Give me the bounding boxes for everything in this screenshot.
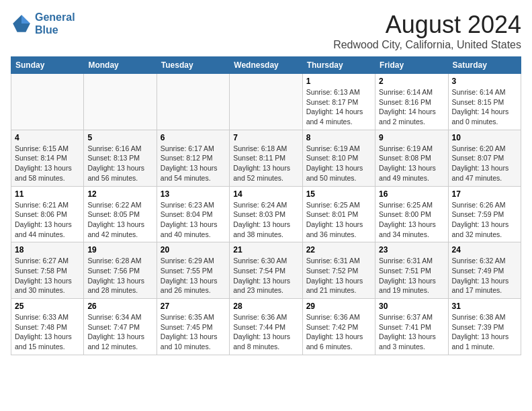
week-row-4: 18Sunrise: 6:27 AM Sunset: 7:58 PM Dayli… xyxy=(11,242,521,299)
calendar-cell xyxy=(11,74,84,130)
day-number: 1 xyxy=(306,77,371,86)
weekday-header-row: SundayMondayTuesdayWednesdayThursdayFrid… xyxy=(11,57,521,74)
day-info: Sunrise: 6:31 AM Sunset: 7:51 PM Dayligh… xyxy=(379,256,444,295)
calendar-cell xyxy=(84,74,157,130)
day-number: 23 xyxy=(379,245,444,255)
day-number: 26 xyxy=(87,302,152,311)
day-number: 6 xyxy=(161,133,226,142)
page-header: General Blue August 2024 Redwood City, C… xyxy=(11,11,521,51)
calendar-cell: 23Sunrise: 6:31 AM Sunset: 7:51 PM Dayli… xyxy=(375,242,448,299)
weekday-header-friday: Friday xyxy=(375,57,448,74)
day-info: Sunrise: 6:28 AM Sunset: 7:56 PM Dayligh… xyxy=(87,256,152,295)
day-number: 12 xyxy=(87,189,152,199)
day-info: Sunrise: 6:16 AM Sunset: 8:13 PM Dayligh… xyxy=(87,144,152,183)
calendar-cell: 26Sunrise: 6:34 AM Sunset: 7:47 PM Dayli… xyxy=(84,299,157,355)
day-number: 15 xyxy=(306,189,371,199)
weekday-header-wednesday: Wednesday xyxy=(230,57,302,74)
day-info: Sunrise: 6:13 AM Sunset: 8:17 PM Dayligh… xyxy=(306,87,371,127)
day-info: Sunrise: 6:20 AM Sunset: 8:07 PM Dayligh… xyxy=(452,144,517,183)
day-number: 9 xyxy=(379,133,444,142)
weekday-header-saturday: Saturday xyxy=(448,57,521,74)
calendar-cell: 31Sunrise: 6:38 AM Sunset: 7:39 PM Dayli… xyxy=(448,299,521,355)
week-row-2: 4Sunrise: 6:15 AM Sunset: 8:14 PM Daylig… xyxy=(11,130,521,186)
calendar-cell: 15Sunrise: 6:25 AM Sunset: 8:01 PM Dayli… xyxy=(302,186,375,242)
calendar-cell xyxy=(230,74,302,130)
calendar-cell: 21Sunrise: 6:30 AM Sunset: 7:54 PM Dayli… xyxy=(230,242,302,299)
day-info: Sunrise: 6:38 AM Sunset: 7:39 PM Dayligh… xyxy=(452,312,517,352)
day-info: Sunrise: 6:14 AM Sunset: 8:16 PM Dayligh… xyxy=(379,87,444,127)
day-number: 21 xyxy=(233,245,298,255)
week-row-5: 25Sunrise: 6:33 AM Sunset: 7:48 PM Dayli… xyxy=(11,299,521,355)
day-number: 18 xyxy=(15,245,80,255)
calendar-cell: 30Sunrise: 6:37 AM Sunset: 7:41 PM Dayli… xyxy=(375,299,448,355)
calendar-cell: 12Sunrise: 6:22 AM Sunset: 8:05 PM Dayli… xyxy=(84,186,157,242)
day-info: Sunrise: 6:18 AM Sunset: 8:11 PM Dayligh… xyxy=(233,144,298,183)
day-number: 4 xyxy=(15,133,80,142)
day-info: Sunrise: 6:29 AM Sunset: 7:55 PM Dayligh… xyxy=(161,256,226,295)
day-info: Sunrise: 6:34 AM Sunset: 7:47 PM Dayligh… xyxy=(87,312,152,352)
calendar-cell: 29Sunrise: 6:36 AM Sunset: 7:42 PM Dayli… xyxy=(302,299,375,355)
weekday-header-sunday: Sunday xyxy=(11,57,84,74)
day-info: Sunrise: 6:25 AM Sunset: 8:01 PM Dayligh… xyxy=(306,200,371,240)
calendar-cell: 2Sunrise: 6:14 AM Sunset: 8:16 PM Daylig… xyxy=(375,74,448,130)
day-info: Sunrise: 6:14 AM Sunset: 8:15 PM Dayligh… xyxy=(452,87,517,127)
day-info: Sunrise: 6:30 AM Sunset: 7:54 PM Dayligh… xyxy=(233,256,298,295)
day-info: Sunrise: 6:19 AM Sunset: 8:08 PM Dayligh… xyxy=(379,144,444,183)
logo-line1: General xyxy=(35,11,75,23)
day-info: Sunrise: 6:21 AM Sunset: 8:06 PM Dayligh… xyxy=(15,200,80,240)
calendar-cell: 7Sunrise: 6:18 AM Sunset: 8:11 PM Daylig… xyxy=(230,130,302,186)
day-number: 22 xyxy=(306,245,371,255)
calendar-cell: 27Sunrise: 6:35 AM Sunset: 7:45 PM Dayli… xyxy=(157,299,229,355)
week-row-1: 1Sunrise: 6:13 AM Sunset: 8:17 PM Daylig… xyxy=(11,74,521,130)
weekday-header-thursday: Thursday xyxy=(302,57,375,74)
day-number: 17 xyxy=(452,189,517,199)
title-block: August 2024 Redwood City, California, Un… xyxy=(333,11,521,51)
calendar-cell: 17Sunrise: 6:26 AM Sunset: 7:59 PM Dayli… xyxy=(448,186,521,242)
calendar-cell: 22Sunrise: 6:31 AM Sunset: 7:52 PM Dayli… xyxy=(302,242,375,299)
day-number: 31 xyxy=(452,302,517,311)
day-number: 24 xyxy=(452,245,517,255)
calendar-cell: 11Sunrise: 6:21 AM Sunset: 8:06 PM Dayli… xyxy=(11,186,84,242)
day-info: Sunrise: 6:22 AM Sunset: 8:05 PM Dayligh… xyxy=(87,200,152,240)
weekday-header-tuesday: Tuesday xyxy=(157,57,229,74)
logo-icon xyxy=(11,13,32,34)
day-number: 16 xyxy=(379,189,444,199)
calendar-cell: 24Sunrise: 6:32 AM Sunset: 7:49 PM Dayli… xyxy=(448,242,521,299)
day-number: 8 xyxy=(306,133,371,142)
day-number: 14 xyxy=(233,189,298,199)
day-info: Sunrise: 6:32 AM Sunset: 7:49 PM Dayligh… xyxy=(452,256,517,295)
day-number: 27 xyxy=(161,302,226,311)
calendar-cell: 9Sunrise: 6:19 AM Sunset: 8:08 PM Daylig… xyxy=(375,130,448,186)
weekday-header-monday: Monday xyxy=(84,57,157,74)
calendar-cell: 19Sunrise: 6:28 AM Sunset: 7:56 PM Dayli… xyxy=(84,242,157,299)
week-row-3: 11Sunrise: 6:21 AM Sunset: 8:06 PM Dayli… xyxy=(11,186,521,242)
calendar-cell: 28Sunrise: 6:36 AM Sunset: 7:44 PM Dayli… xyxy=(230,299,302,355)
day-info: Sunrise: 6:31 AM Sunset: 7:52 PM Dayligh… xyxy=(306,256,371,295)
day-info: Sunrise: 6:23 AM Sunset: 8:04 PM Dayligh… xyxy=(161,200,226,240)
page-title: August 2024 xyxy=(333,11,521,39)
day-number: 29 xyxy=(306,302,371,311)
day-info: Sunrise: 6:33 AM Sunset: 7:48 PM Dayligh… xyxy=(15,312,80,352)
day-number: 2 xyxy=(379,77,444,86)
day-info: Sunrise: 6:37 AM Sunset: 7:41 PM Dayligh… xyxy=(379,312,444,352)
calendar-cell: 4Sunrise: 6:15 AM Sunset: 8:14 PM Daylig… xyxy=(11,130,84,186)
logo: General Blue xyxy=(11,11,75,36)
calendar-cell: 6Sunrise: 6:17 AM Sunset: 8:12 PM Daylig… xyxy=(157,130,229,186)
calendar-cell: 10Sunrise: 6:20 AM Sunset: 8:07 PM Dayli… xyxy=(448,130,521,186)
day-number: 30 xyxy=(379,302,444,311)
calendar-cell: 1Sunrise: 6:13 AM Sunset: 8:17 PM Daylig… xyxy=(302,74,375,130)
calendar-cell xyxy=(157,74,229,130)
day-info: Sunrise: 6:24 AM Sunset: 8:03 PM Dayligh… xyxy=(233,200,298,240)
day-number: 19 xyxy=(87,245,152,255)
svg-marker-1 xyxy=(21,15,30,24)
day-info: Sunrise: 6:26 AM Sunset: 7:59 PM Dayligh… xyxy=(452,200,517,240)
calendar-cell: 25Sunrise: 6:33 AM Sunset: 7:48 PM Dayli… xyxy=(11,299,84,355)
day-number: 3 xyxy=(452,77,517,86)
calendar-cell: 18Sunrise: 6:27 AM Sunset: 7:58 PM Dayli… xyxy=(11,242,84,299)
day-info: Sunrise: 6:15 AM Sunset: 8:14 PM Dayligh… xyxy=(15,144,80,183)
day-number: 7 xyxy=(233,133,298,142)
day-number: 10 xyxy=(452,133,517,142)
day-number: 28 xyxy=(233,302,298,311)
calendar-cell: 8Sunrise: 6:19 AM Sunset: 8:10 PM Daylig… xyxy=(302,130,375,186)
day-info: Sunrise: 6:36 AM Sunset: 7:44 PM Dayligh… xyxy=(233,312,298,352)
